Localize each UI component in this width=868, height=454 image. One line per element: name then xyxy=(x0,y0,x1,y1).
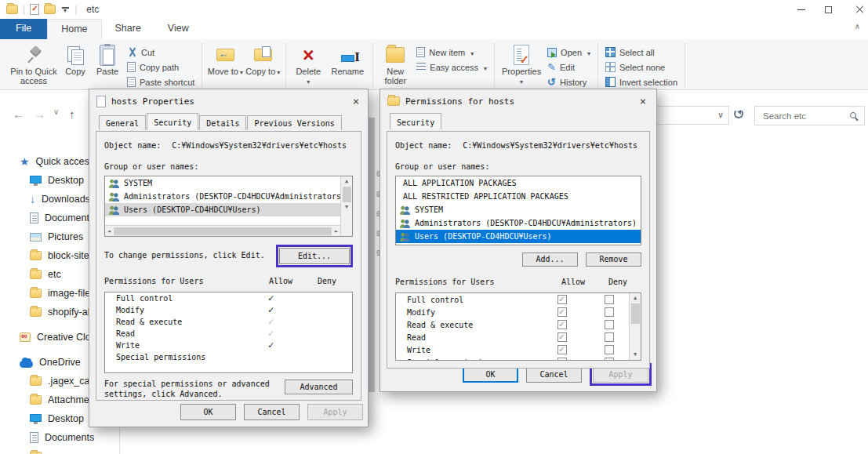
allow-checkbox[interactable] xyxy=(557,307,567,317)
tab-view[interactable]: View xyxy=(154,19,202,39)
copy-path-button[interactable]: Copy path xyxy=(124,60,198,74)
close-icon[interactable] xyxy=(636,95,650,107)
cancel-button[interactable]: Cancel xyxy=(244,404,300,420)
scroll-left-icon[interactable]: ◄ xyxy=(107,228,111,234)
deny-checkbox[interactable] xyxy=(605,345,614,354)
ok-button[interactable]: OK xyxy=(463,366,518,383)
tab-details[interactable]: Details xyxy=(199,115,246,130)
scrollbar-thumb[interactable] xyxy=(343,187,351,202)
sidebar-item-documents-2[interactable]: Documents xyxy=(0,428,119,447)
easy-access-button[interactable]: Easy access xyxy=(413,60,490,74)
address-dropdown-chevron-icon[interactable]: ∨ xyxy=(717,110,724,120)
collapse-ribbon-chevron-icon[interactable]: ∧ xyxy=(855,22,860,31)
move-to-button[interactable]: Move to xyxy=(206,41,244,89)
user-name: SYSTEM xyxy=(124,179,152,187)
object-name-label: Object name: xyxy=(104,141,161,150)
paste-shortcut-button[interactable]: Paste shortcut xyxy=(124,74,198,89)
horizontal-scrollbar[interactable]: ◄ ► xyxy=(105,225,340,236)
history-button[interactable]: History xyxy=(544,74,594,89)
folder-icon[interactable] xyxy=(44,5,56,14)
recent-locations-chevron-icon[interactable]: ∨ xyxy=(53,107,59,116)
scroll-up-icon[interactable]: ▲ xyxy=(345,176,348,187)
select-all-button[interactable]: Select all xyxy=(602,45,681,60)
tab-share[interactable]: Share xyxy=(102,19,154,39)
tab-previous-versions[interactable]: Previous Versions xyxy=(247,115,341,130)
copy-button[interactable]: Copy xyxy=(60,41,91,89)
cut-button[interactable]: Cut xyxy=(124,45,198,60)
properties-button[interactable]: Properties xyxy=(499,41,544,89)
maximize-button[interactable] xyxy=(815,1,841,18)
sidebar-item-label: image-file- xyxy=(48,288,93,299)
ok-button[interactable]: OK xyxy=(180,404,236,420)
edit-permissions-button[interactable]: Edit... xyxy=(279,248,350,264)
deny-checkbox[interactable] xyxy=(605,358,614,361)
list-item-system[interactable]: SYSTEM xyxy=(396,203,641,216)
deny-checkbox[interactable] xyxy=(605,320,614,329)
back-arrow-icon[interactable]: ← xyxy=(13,107,24,121)
sidebar-item-label: shopify-alt xyxy=(48,307,93,318)
allow-checkbox[interactable] xyxy=(557,358,567,361)
invert-selection-button[interactable]: Invert selection xyxy=(602,74,681,89)
deny-checkbox[interactable] xyxy=(605,295,614,304)
folder-icon[interactable] xyxy=(6,5,18,14)
close-button[interactable] xyxy=(841,1,868,18)
file-list-scrollbar[interactable] xyxy=(369,118,375,392)
tab-security[interactable]: Security xyxy=(390,113,441,129)
move-to-icon xyxy=(216,49,234,61)
vertical-scrollbar[interactable]: ▲ ▼ xyxy=(340,176,352,236)
edit-button[interactable]: Edit xyxy=(544,60,594,74)
list-item-users-selected[interactable]: Users (DESKTOP-CD4HDCU¥Users) xyxy=(396,230,641,243)
vertical-scrollbar[interactable]: ▲ ▼ xyxy=(629,293,641,360)
minimize-button[interactable] xyxy=(788,1,815,18)
list-item-all-application-packages[interactable]: ALL APPLICATION PACKAGES xyxy=(396,176,641,190)
scrollbar-thumb[interactable] xyxy=(114,227,332,235)
deny-checkbox[interactable] xyxy=(605,307,614,317)
sidebar-item-partial[interactable] xyxy=(0,447,119,454)
allow-checkbox[interactable] xyxy=(557,345,567,354)
apply-button[interactable]: Apply xyxy=(593,366,648,383)
new-folder-button[interactable]: New folder xyxy=(377,41,413,89)
paste-button[interactable]: Paste xyxy=(91,41,124,89)
list-item-administrators[interactable]: Administrators (DESKTOP-CD4HDCU¥Administ… xyxy=(396,216,641,230)
tab-file[interactable]: File xyxy=(0,19,47,39)
scrollbar-thumb[interactable] xyxy=(631,303,640,324)
close-icon[interactable] xyxy=(349,95,363,107)
copy-to-button[interactable]: Copy to xyxy=(244,41,281,89)
rename-button[interactable]: Rename xyxy=(326,41,369,89)
dialog-title-bar: hosts Properties xyxy=(89,89,368,113)
allow-checkbox[interactable] xyxy=(557,320,567,329)
scroll-up-icon[interactable]: ▲ xyxy=(634,293,637,303)
list-item-all-restricted-application-packages[interactable]: ALL RESTRICTED APPLICATION PACKAGES xyxy=(396,190,641,203)
invert-selection-icon xyxy=(605,77,616,87)
scroll-down-icon[interactable]: ▼ xyxy=(345,202,348,212)
scroll-right-icon[interactable]: ► xyxy=(335,228,338,234)
delete-button[interactable]: × Delete xyxy=(290,41,326,89)
search-input[interactable] xyxy=(763,107,849,124)
list-item-users-selected[interactable]: Users (DESKTOP-CD4HDCU¥Users) xyxy=(105,203,344,216)
tab-security[interactable]: Security xyxy=(147,113,198,130)
cancel-button[interactable]: Cancel xyxy=(526,366,582,383)
open-button[interactable]: Open xyxy=(544,45,594,60)
customize-toolbar-caret-icon[interactable] xyxy=(60,7,70,13)
properties-quick-icon[interactable] xyxy=(30,4,39,15)
up-arrow-icon[interactable]: ↑ xyxy=(69,107,75,121)
list-item-system[interactable]: SYSTEM xyxy=(105,176,344,190)
forward-arrow-icon[interactable]: → xyxy=(34,107,45,121)
refresh-icon[interactable] xyxy=(734,109,743,118)
allow-checkbox[interactable] xyxy=(557,295,567,304)
select-none-button[interactable]: Select none xyxy=(602,60,681,74)
rename-icon xyxy=(341,55,354,62)
tab-home[interactable]: Home xyxy=(47,19,101,39)
list-item-administrators[interactable]: Administrators (DESKTOP-CD4HDCU¥Administ… xyxy=(105,190,344,203)
add-button[interactable]: Add... xyxy=(522,252,578,267)
deny-checkbox[interactable] xyxy=(605,332,614,342)
scroll-down-icon[interactable]: ▼ xyxy=(634,350,637,360)
allow-checkbox[interactable] xyxy=(557,332,567,342)
advanced-button[interactable]: Advanced xyxy=(285,380,353,394)
tab-general[interactable]: General xyxy=(99,115,146,130)
permission-row: Read xyxy=(105,328,352,340)
remove-button[interactable]: Remove xyxy=(586,252,641,267)
new-item-button[interactable]: New item xyxy=(413,45,490,60)
pin-to-quick-access-button[interactable]: Pin to Quick access xyxy=(8,41,60,89)
apply-button[interactable]: Apply xyxy=(307,404,363,420)
